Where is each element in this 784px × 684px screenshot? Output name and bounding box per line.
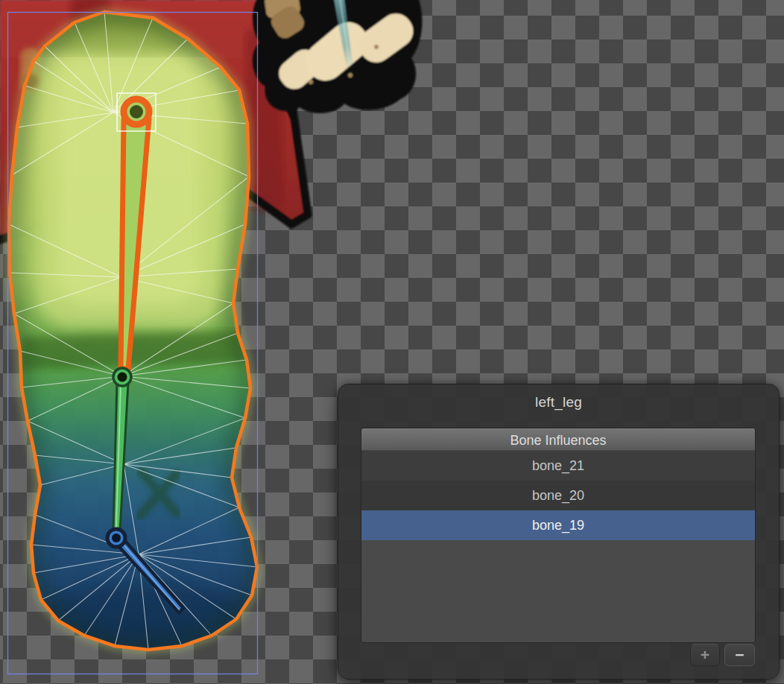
bone-list-item[interactable]: bone_20 (361, 481, 755, 510)
bone-list-header: Bone Influences (361, 428, 755, 451)
add-bone-button[interactable]: + (690, 644, 720, 666)
character-hand (253, 0, 423, 119)
bone-influences-list[interactable]: Bone Influences bone_21 bone_20 bone_19 (361, 428, 756, 643)
remove-bone-button[interactable]: − (724, 644, 755, 666)
bone-list-item[interactable]: bone_19 (361, 510, 755, 540)
skinning-editor-viewport: left_leg Bone Influences bone_21 bone_20… (0, 0, 784, 684)
bone-selection-box[interactable] (117, 93, 156, 131)
list-footer: + − (338, 644, 756, 668)
bone-influences-panel: left_leg Bone Influences bone_21 bone_20… (338, 384, 780, 680)
panel-title: left_leg (338, 394, 779, 411)
bone-list-item[interactable]: bone_21 (361, 451, 755, 481)
